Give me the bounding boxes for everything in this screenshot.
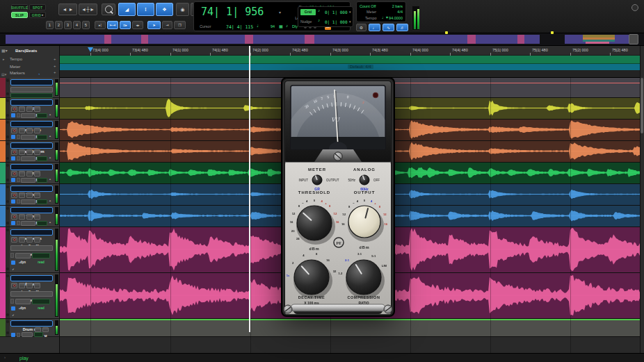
- zoom-horizontal-button[interactable]: ◄ ►: [58, 3, 77, 15]
- freeze-box[interactable]: [17, 221, 20, 225]
- input-monitor-button[interactable]: I: [19, 128, 25, 133]
- track-header[interactable]: RoomsISMwaveformdynread✓▲: [0, 273, 60, 319]
- track-view-selector[interactable]: waveform: [10, 245, 53, 251]
- mute-button[interactable]: M: [34, 128, 40, 133]
- midi-merge-button[interactable]: ♬: [396, 24, 408, 31]
- conductor-button[interactable]: ∿: [383, 24, 394, 31]
- add-marker-icon[interactable]: +: [54, 70, 56, 74]
- track-name[interactable]: Master 1: [10, 79, 53, 85]
- count-off-value[interactable]: 2 bars: [392, 4, 403, 8]
- chevron-down-icon[interactable]: ▾: [279, 10, 281, 15]
- copy-special-button[interactable]: ❐: [174, 21, 186, 29]
- insert-selector[interactable]: dyn: [15, 299, 31, 304]
- ruler-row-tempo[interactable]: Tempo: [10, 57, 22, 61]
- delay-compensation-label[interactable]: Dly: [292, 24, 298, 28]
- automation-mode-selector[interactable]: read: [34, 332, 43, 337]
- insertion-follows-playback-button[interactable]: ◂▸: [132, 21, 143, 29]
- solo-button[interactable]: S: [26, 283, 33, 288]
- track-view-selector[interactable]: vol: [22, 332, 33, 337]
- grid-value[interactable]: 0| 1| 000: [325, 10, 348, 15]
- record-enable-button[interactable]: [11, 192, 17, 198]
- input-monitor-button[interactable]: I: [19, 149, 25, 155]
- record-enable-button[interactable]: [11, 106, 17, 112]
- nudge-value[interactable]: 0| 1| 000: [325, 19, 348, 24]
- elastic-audio-icon[interactable]: ▲: [49, 220, 51, 224]
- track-view-selector[interactable]: wave: [21, 135, 35, 140]
- edit-target-icon[interactable]: ◔: [38, 72, 40, 76]
- ruler-row-bars-beats[interactable]: Bars|Beats: [15, 49, 37, 53]
- elastic-audio-icon[interactable]: ▲: [18, 261, 21, 264]
- scrollbar-thumb[interactable]: [641, 78, 643, 133]
- automation-mode-selector[interactable]: read: [37, 135, 47, 140]
- mode-shuffle-button[interactable]: SHUFFLE: [11, 4, 28, 10]
- track-view-selector[interactable]: wave: [21, 199, 35, 204]
- scrub-tool-button[interactable]: ◉: [176, 3, 189, 16]
- meter-value[interactable]: 4/4: [397, 10, 403, 14]
- freeze-box[interactable]: [10, 299, 14, 304]
- mode-spot-button[interactable]: SPOT: [29, 4, 46, 10]
- meter-ruler[interactable]: Default: 4/4: [60, 64, 644, 70]
- mode-slip-button[interactable]: SLIP: [11, 12, 28, 18]
- track-view-selector[interactable]: volume: [10, 87, 53, 92]
- ruler-grid-icon[interactable]: ▦▾: [1, 48, 8, 53]
- rack-handle[interactable]: [291, 304, 385, 311]
- tempo-value[interactable]: 94.0000: [389, 16, 403, 20]
- record-enable-button[interactable]: [11, 283, 17, 288]
- elastic-audio-icon[interactable]: ▲: [49, 199, 51, 202]
- add-tempo-icon[interactable]: +: [54, 57, 56, 61]
- input-monitor-button[interactable]: I: [19, 192, 25, 198]
- timebase-checkbox[interactable]: ✓: [11, 333, 15, 337]
- count-off-label[interactable]: Count Off: [360, 4, 376, 8]
- selector-tool-button[interactable]: I: [137, 3, 154, 16]
- transport-setup-button[interactable]: ⚙: [356, 24, 367, 31]
- track-name[interactable]: Tom 2: [10, 207, 53, 213]
- freeze-box[interactable]: [17, 113, 20, 117]
- record-enable-button[interactable]: [11, 149, 17, 155]
- tempo-label[interactable]: Tempo: [365, 16, 377, 20]
- record-enable-button[interactable]: [11, 128, 17, 133]
- timebase-checkbox[interactable]: ✓: [11, 199, 15, 204]
- record-enable-button[interactable]: [11, 214, 17, 220]
- timeline-marker-dot[interactable]: [551, 31, 554, 34]
- track-name[interactable]: Rooms: [10, 275, 53, 281]
- track-view-selector[interactable]: wave: [21, 156, 35, 161]
- ruler-row-meter[interactable]: Meter: [10, 65, 20, 69]
- track-name[interactable]: Snare Top: [10, 121, 53, 127]
- input-monitor-button[interactable]: I: [19, 283, 25, 288]
- track-list-icon[interactable]: ▤▾: [1, 72, 6, 76]
- grid-display-icon[interactable]: ▦: [279, 24, 283, 28]
- freeze-box[interactable]: [17, 333, 20, 337]
- track-name[interactable]: Kick: [10, 99, 53, 106]
- mode-grid-button[interactable]: GRID▾: [29, 12, 46, 18]
- note-small-icon[interactable]: ♪: [286, 24, 288, 28]
- track-header[interactable]: KickISM✓waveread▲: [0, 98, 60, 120]
- ruler-row-markers[interactable]: Markers: [10, 71, 25, 75]
- analog-filter-switch[interactable]: [360, 175, 369, 185]
- elastic-audio-icon[interactable]: ▲: [49, 156, 51, 159]
- automation-mode-selector[interactable]: read: [37, 221, 47, 226]
- link-track-selection-button[interactable]: ≡▸: [120, 21, 131, 29]
- chevron-down-icon[interactable]: ▾: [349, 19, 351, 24]
- playhead-cursor[interactable]: [249, 46, 250, 332]
- tab-to-transient-button[interactable]: ▸|: [95, 21, 106, 29]
- freeze-box[interactable]: [17, 199, 20, 204]
- input-monitor-button[interactable]: I: [19, 237, 25, 242]
- solo-button[interactable]: S: [26, 128, 33, 133]
- mute-button[interactable]: M: [34, 237, 40, 242]
- link-timeline-selection-button[interactable]: ⇤⇥: [107, 21, 118, 29]
- automation-mode-selector[interactable]: read: [37, 178, 47, 183]
- timebase-checkbox[interactable]: ✓: [11, 261, 15, 265]
- toolbar-options-button[interactable]: [631, 4, 638, 11]
- universe-overview[interactable]: [0, 33, 644, 46]
- track-name[interactable]: Snare Bottom: [10, 142, 53, 149]
- input-monitor-button[interactable]: I: [19, 106, 25, 112]
- playback-start-marker[interactable]: [88, 47, 93, 52]
- track-header[interactable]: Snare BottomISM✓waveread▲: [0, 141, 60, 163]
- track-view-selector[interactable]: wave: [21, 113, 35, 118]
- tempo-ruler[interactable]: [60, 56, 644, 64]
- mute-button[interactable]: M: [34, 149, 40, 155]
- automation-mode-selector[interactable]: read: [37, 199, 47, 204]
- mute-button[interactable]: M: [34, 283, 40, 288]
- record-enable-button[interactable]: [11, 237, 17, 242]
- freeze-box[interactable]: [10, 253, 14, 258]
